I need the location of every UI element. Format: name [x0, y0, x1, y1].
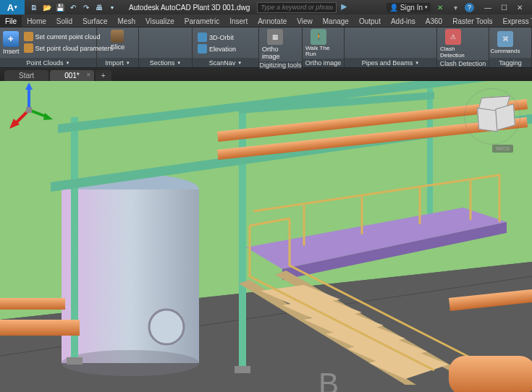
- ucs-gizmo[interactable]: [0, 81, 58, 139]
- sign-in-label: Sign In: [400, 4, 423, 12]
- tab-surface[interactable]: Surface: [77, 15, 112, 27]
- panel-import: Slice Import▼: [97, 27, 139, 67]
- pc-icon: [24, 32, 33, 41]
- qat-save-icon[interactable]: 💾: [55, 2, 65, 12]
- plant-3d-scene: [0, 81, 532, 392]
- panel-pipes: Pipes and Beams▼: [345, 27, 437, 67]
- svg-rect-32: [449, 356, 532, 392]
- file-tab-add[interactable]: +: [96, 70, 111, 81]
- file-tab-document[interactable]: 001*✕: [50, 70, 94, 81]
- panel-title-tagging[interactable]: Tagging: [489, 58, 531, 67]
- panel-scannav: 3D-Orbit Elevation ScanNav▼: [193, 27, 259, 67]
- slice-button[interactable]: Slice: [111, 30, 125, 51]
- clash-label: Clash Detection: [440, 46, 466, 59]
- panel-point-clouds: ✚ Insert Set current point cloud Set poi…: [0, 27, 97, 67]
- close-button[interactable]: ✕: [512, 1, 528, 13]
- tab-visualize[interactable]: Visualize: [140, 15, 180, 27]
- ribbon-tabs: File Home Solid Surface Mesh Visualize P…: [0, 14, 532, 27]
- viewport-annotation: B: [318, 367, 339, 392]
- tab-home[interactable]: Home: [22, 15, 51, 27]
- wcs-label[interactable]: WCS: [492, 145, 513, 153]
- panel-ortho: 🚶 Walk The Run Ortho image: [303, 27, 345, 67]
- sign-in-button[interactable]: 👤 Sign In ▾: [387, 3, 431, 12]
- set-current-pc-label: Set current point cloud: [35, 33, 101, 41]
- svg-rect-31: [0, 298, 65, 310]
- slice-icon: [111, 30, 124, 43]
- panel-title-import[interactable]: Import▼: [97, 58, 138, 67]
- panel-title-digitizing[interactable]: Digitizing tools: [259, 61, 302, 69]
- tab-solid[interactable]: Solid: [51, 15, 77, 27]
- svg-rect-34: [67, 357, 83, 365]
- tab-express[interactable]: Express Tools: [498, 15, 532, 27]
- tab-manage[interactable]: Manage: [318, 15, 354, 27]
- tab-mesh[interactable]: Mesh: [113, 15, 140, 27]
- app-title: Autodesk AutoCAD Plant 3D 001.dwg: [122, 4, 257, 12]
- commands-label: Commands: [491, 48, 520, 54]
- elevation-button[interactable]: Elevation: [195, 43, 238, 54]
- qat-new-icon[interactable]: 🗎: [29, 2, 39, 12]
- elevation-label: Elevation: [209, 46, 236, 53]
- document-tabs: Start 001*✕ +: [0, 68, 532, 81]
- maximize-button[interactable]: ☐: [496, 1, 512, 13]
- view-cube[interactable]: [471, 94, 516, 139]
- svg-marker-39: [43, 113, 53, 120]
- walk-icon: 🚶: [311, 29, 326, 45]
- tab-annotate[interactable]: Annotate: [253, 15, 292, 27]
- panel-clash: ⚠ Clash Detection Clash Detection: [437, 27, 489, 67]
- panel-tagging: ⌘ Commands Tagging: [489, 27, 532, 67]
- close-icon[interactable]: ✕: [86, 72, 91, 78]
- svg-rect-42: [26, 107, 32, 113]
- qat-dropdown-icon[interactable]: ▼: [107, 2, 117, 12]
- file-tab[interactable]: File: [0, 15, 22, 27]
- clash-icon: ⚠: [445, 29, 461, 45]
- commands-icon: ⌘: [497, 31, 513, 47]
- file-tab-start[interactable]: Start: [4, 70, 48, 81]
- panel-title-pipes[interactable]: Pipes and Beams▼: [345, 58, 436, 67]
- orbit-label: 3D-Orbit: [209, 34, 234, 41]
- tab-parametric[interactable]: Parametric: [180, 15, 224, 27]
- walk-run-button[interactable]: 🚶 Walk The Run: [305, 29, 332, 57]
- svg-rect-30: [0, 320, 80, 336]
- orbit-icon: [198, 33, 207, 42]
- svg-marker-37: [25, 82, 33, 90]
- ortho-image-label: Ortho image: [262, 46, 288, 60]
- tab-output[interactable]: Output: [354, 15, 386, 27]
- search-go-icon[interactable]: ⯈: [339, 1, 350, 13]
- panel-title-scannav[interactable]: ScanNav▼: [193, 58, 258, 67]
- model-viewport[interactable]: WCS B: [0, 81, 532, 392]
- exchange-icon[interactable]: ✕: [434, 1, 446, 13]
- qat-undo-icon[interactable]: ↶: [68, 2, 78, 12]
- walk-label: Walk The Run: [305, 46, 332, 57]
- help-dropdown-icon[interactable]: ▾: [449, 1, 461, 13]
- search-input[interactable]: [257, 2, 337, 13]
- insert-icon: ✚: [3, 31, 19, 47]
- help-icon[interactable]: ?: [465, 3, 474, 12]
- qat-open-icon[interactable]: 📂: [42, 2, 52, 12]
- tab-a360[interactable]: A360: [421, 15, 447, 27]
- tab-view[interactable]: View: [292, 15, 318, 27]
- qat-redo-icon[interactable]: ↷: [81, 2, 91, 12]
- ortho-image-button[interactable]: ▦ Ortho image: [262, 29, 288, 60]
- qat-plot-icon[interactable]: 🖶: [94, 2, 104, 12]
- panel-title-ortho[interactable]: Ortho image: [303, 59, 344, 67]
- application-menu[interactable]: A▾: [0, 0, 25, 14]
- ribbon: ✚ Insert Set current point cloud Set poi…: [0, 27, 532, 68]
- tab-addins[interactable]: Add-ins: [386, 15, 421, 27]
- ortho-image-icon: ▦: [267, 29, 283, 45]
- commands-button[interactable]: ⌘ Commands: [492, 31, 518, 54]
- insert-label: Insert: [3, 48, 20, 55]
- orbit-button[interactable]: 3D-Orbit: [195, 32, 238, 43]
- clash-button[interactable]: ⚠ Clash Detection: [440, 29, 466, 59]
- tab-raster[interactable]: Raster Tools: [447, 15, 497, 27]
- svg-rect-35: [235, 366, 250, 373]
- tab-insert[interactable]: Insert: [224, 15, 253, 27]
- panel-title-sections[interactable]: Sections▼: [139, 58, 192, 67]
- panel-title-clash[interactable]: Clash Detection: [437, 60, 489, 67]
- svg-point-6: [149, 310, 184, 344]
- pc-params-icon: [24, 43, 33, 53]
- panel-title-pointclouds[interactable]: Point Clouds▼: [0, 58, 96, 67]
- minimize-button[interactable]: —: [480, 1, 496, 13]
- panel-digitizing: ▦ Ortho image Digitizing tools: [259, 27, 303, 67]
- quick-access-toolbar: 🗎 📂 💾 ↶ ↷ 🖶 ▼: [25, 2, 122, 12]
- insert-button[interactable]: ✚ Insert: [3, 31, 20, 55]
